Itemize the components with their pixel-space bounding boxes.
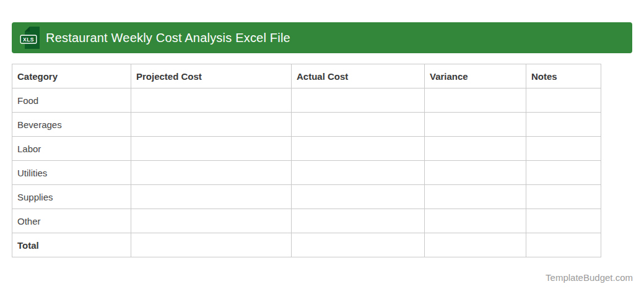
cell-projected_cost	[131, 185, 292, 209]
row-label-labor: Labor	[12, 137, 131, 161]
cell-projected_cost	[131, 161, 292, 185]
cost-analysis-table: Category Projected Cost Actual Cost Vari…	[12, 64, 601, 257]
cell-actual_cost	[292, 137, 425, 161]
page-title: Restaurant Weekly Cost Analysis Excel Fi…	[46, 31, 290, 45]
watermark: TemplateBudget.com	[546, 272, 633, 283]
row-label-beverages: Beverages	[12, 113, 131, 137]
table-row: Food	[12, 88, 601, 113]
cell-actual_cost	[292, 161, 425, 185]
table-row: Supplies	[12, 185, 601, 209]
table-body: FoodBeveragesLaborUtilitiesSuppliesOther…	[12, 88, 601, 257]
table-row: Beverages	[12, 113, 601, 137]
column-header-notes: Notes	[526, 64, 601, 88]
cell-actual_cost	[292, 113, 425, 137]
table-row: Total	[12, 233, 601, 257]
cell-projected_cost	[131, 209, 292, 233]
cell-actual_cost	[292, 185, 425, 209]
cell-notes	[526, 137, 601, 161]
cell-notes	[526, 185, 601, 209]
cell-variance	[425, 209, 526, 233]
cell-actual_cost	[292, 233, 425, 257]
cell-projected_cost	[131, 88, 292, 113]
column-header-variance: Variance	[425, 64, 526, 88]
row-label-supplies: Supplies	[12, 185, 131, 209]
cell-notes	[526, 209, 601, 233]
table-header: Category Projected Cost Actual Cost Vari…	[12, 64, 601, 88]
header-row: Category Projected Cost Actual Cost Vari…	[12, 64, 601, 88]
page: XLS Restaurant Weekly Cost Analysis Exce…	[0, 0, 644, 297]
cell-notes	[526, 88, 601, 113]
cell-variance	[425, 137, 526, 161]
column-header-actual: Actual Cost	[292, 64, 425, 88]
xls-file-icon: XLS	[20, 26, 41, 50]
table-row: Labor	[12, 137, 601, 161]
cell-variance	[425, 161, 526, 185]
row-label-utilities: Utilities	[12, 161, 131, 185]
row-label-total: Total	[12, 233, 131, 257]
title-bar: XLS Restaurant Weekly Cost Analysis Exce…	[12, 22, 632, 53]
cell-actual_cost	[292, 88, 425, 113]
column-header-category: Category	[12, 64, 131, 88]
cell-variance	[425, 113, 526, 137]
row-label-other: Other	[12, 209, 131, 233]
row-label-food: Food	[12, 88, 131, 113]
file-fold	[25, 27, 30, 32]
cell-actual_cost	[292, 209, 425, 233]
cell-projected_cost	[131, 233, 292, 257]
xls-badge-label: XLS	[23, 37, 34, 43]
cell-projected_cost	[131, 113, 292, 137]
cell-projected_cost	[131, 137, 292, 161]
cell-variance	[425, 185, 526, 209]
cell-variance	[425, 233, 526, 257]
table-row: Utilities	[12, 161, 601, 185]
cell-variance	[425, 88, 526, 113]
column-header-projected: Projected Cost	[131, 64, 292, 88]
cell-notes	[526, 113, 601, 137]
cell-notes	[526, 161, 601, 185]
table-row: Other	[12, 209, 601, 233]
cell-notes	[526, 233, 601, 257]
